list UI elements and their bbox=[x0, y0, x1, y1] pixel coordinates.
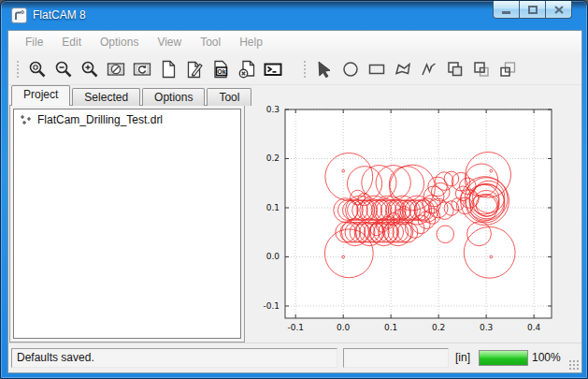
progress-bar bbox=[479, 350, 528, 366]
zoom-in-button[interactable] bbox=[77, 56, 103, 82]
replot-icon bbox=[132, 59, 152, 80]
menu-help[interactable]: Help bbox=[230, 33, 272, 51]
svg-text:0.1: 0.1 bbox=[384, 323, 397, 332]
subtract-icon bbox=[497, 59, 518, 80]
delete-object-button[interactable] bbox=[234, 56, 260, 82]
zoom-in-icon bbox=[79, 59, 100, 80]
maximize-button[interactable] bbox=[519, 1, 546, 19]
close-button[interactable] bbox=[545, 1, 572, 19]
union-icon bbox=[445, 59, 466, 80]
progress-percent-label: 100% bbox=[532, 348, 561, 368]
svg-text:0.2: 0.2 bbox=[432, 323, 445, 332]
replot-button[interactable] bbox=[129, 56, 155, 82]
open-project-button[interactable] bbox=[181, 56, 208, 82]
draw-circle-icon bbox=[340, 59, 361, 80]
clear-plot-button[interactable] bbox=[103, 56, 129, 82]
zoom-fit-icon bbox=[27, 59, 48, 80]
select-icon bbox=[314, 59, 335, 80]
maximize-icon bbox=[528, 6, 538, 14]
shell-button[interactable] bbox=[260, 56, 286, 82]
flatcam-window: FlatCAM 8 File Edit Options View Tool He… bbox=[0, 0, 588, 379]
zoom-out-button[interactable] bbox=[50, 56, 77, 82]
draw-path-icon bbox=[419, 59, 439, 80]
progress-fill bbox=[480, 351, 527, 365]
svg-text:-0.1: -0.1 bbox=[287, 323, 304, 332]
delete-object-icon bbox=[237, 59, 257, 80]
draw-polygon-icon bbox=[393, 59, 413, 80]
svg-text:0.1: 0.1 bbox=[266, 203, 280, 212]
close-icon bbox=[554, 6, 564, 14]
new-project-button[interactable] bbox=[155, 56, 181, 82]
save-project-button[interactable]: Ok bbox=[208, 56, 234, 82]
rectangle-tool-button[interactable] bbox=[364, 56, 390, 82]
tab-selected[interactable]: Selected bbox=[72, 88, 140, 106]
project-panel: FlatCam_Drilling_Test.drl bbox=[9, 105, 245, 343]
plot-area[interactable]: -0.10.00.10.20.30.4-0.10.00.10.20.3 bbox=[250, 88, 581, 343]
tab-options[interactable]: Options bbox=[142, 88, 205, 106]
menu-edit[interactable]: Edit bbox=[52, 33, 91, 51]
tree-item-label: FlatCam_Drilling_Test.drl bbox=[37, 113, 163, 126]
circle-tool-button[interactable] bbox=[337, 56, 364, 82]
toolbar-grip[interactable] bbox=[16, 59, 21, 80]
union-tool-button[interactable] bbox=[442, 56, 468, 82]
svg-text:Ok: Ok bbox=[217, 67, 225, 74]
save-project-icon: Ok bbox=[210, 59, 231, 80]
window-title: FlatCAM 8 bbox=[33, 8, 86, 22]
intersection-tool-button[interactable] bbox=[468, 56, 495, 82]
status-bar: Defaults saved. [in] 100% bbox=[8, 343, 581, 372]
path-tool-button[interactable] bbox=[416, 56, 442, 82]
svg-text:-0.1: -0.1 bbox=[263, 301, 280, 311]
svg-text:0.0: 0.0 bbox=[266, 252, 280, 261]
zoom-out-icon bbox=[53, 59, 74, 80]
new-project-icon bbox=[158, 59, 179, 80]
window-controls bbox=[494, 1, 572, 19]
minimize-button[interactable] bbox=[493, 1, 520, 19]
toolbar-grip-2[interactable] bbox=[303, 59, 308, 80]
menu-view[interactable]: View bbox=[148, 33, 191, 51]
menu-tool[interactable]: Tool bbox=[191, 33, 230, 51]
menu-options[interactable]: Options bbox=[91, 33, 148, 51]
svg-text:0.2: 0.2 bbox=[266, 153, 280, 163]
status-message-field: Defaults saved. bbox=[11, 348, 337, 368]
subtract-tool-button[interactable] bbox=[495, 56, 521, 82]
polygon-tool-button[interactable] bbox=[390, 56, 416, 82]
client-area: File Edit Options View Tool Help bbox=[7, 30, 582, 373]
tab-tool[interactable]: Tool bbox=[207, 88, 251, 106]
clear-plot-icon bbox=[106, 59, 126, 80]
status-secondary-field bbox=[343, 348, 449, 368]
plot-canvas[interactable]: -0.10.00.10.20.30.4-0.10.00.10.20.3 bbox=[250, 88, 581, 343]
left-panel-tabs: Project Selected Options Tool bbox=[11, 85, 253, 106]
zoom-fit-button[interactable] bbox=[24, 56, 50, 82]
project-tree[interactable]: FlatCam_Drilling_Test.drl bbox=[13, 109, 241, 339]
shell-icon bbox=[263, 59, 283, 80]
tool-bar: Ok bbox=[8, 53, 581, 85]
svg-text:0.3: 0.3 bbox=[480, 323, 493, 332]
units-label: [in] bbox=[455, 348, 470, 368]
tab-project[interactable]: Project bbox=[11, 85, 70, 106]
intersection-icon bbox=[471, 59, 492, 80]
svg-text:0.3: 0.3 bbox=[266, 105, 280, 114]
minimize-icon bbox=[502, 11, 510, 14]
svg-text:0.4: 0.4 bbox=[527, 323, 541, 332]
open-project-icon bbox=[184, 59, 205, 80]
tree-item-drill-file[interactable]: FlatCam_Drilling_Test.drl bbox=[14, 109, 240, 130]
menu-file[interactable]: File bbox=[16, 33, 52, 51]
svg-text:0.0: 0.0 bbox=[337, 323, 351, 332]
draw-rectangle-icon bbox=[366, 59, 387, 80]
menu-bar: File Edit Options View Tool Help bbox=[8, 31, 581, 53]
select-tool-button[interactable] bbox=[311, 56, 337, 82]
flatcam-logo-icon bbox=[11, 7, 27, 23]
resize-grip[interactable] bbox=[568, 359, 579, 370]
title-bar[interactable]: FlatCAM 8 bbox=[1, 1, 587, 30]
excellon-drill-icon bbox=[20, 113, 33, 126]
